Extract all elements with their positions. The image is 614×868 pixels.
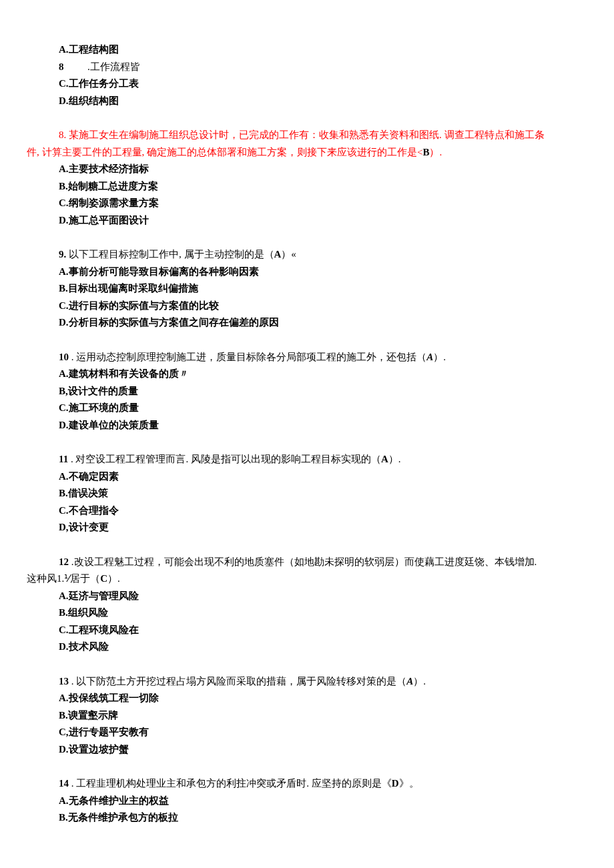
option-13-a: A.投保线筑工程一切除 [27,690,587,707]
question-14-text: 14 . 工程韭理机构处理业主和承包方的利拄冲突或矛盾时. 应坚持的原则是《D》… [27,775,587,793]
option-11-d: D,设计变更 [27,519,587,536]
option-13-b: B.谀置壑示牌 [27,707,587,725]
question-13-text-b: ）. [413,676,426,687]
option-10-a: A.建筑材料和有关设备的质〃 [27,366,587,383]
question-9-text-a: 以下工程目标控制工作中, 属于主动控制的是（ [69,249,274,260]
option-12-a: A.廷济与管理风险 [27,588,587,605]
option-12-c: C.工程环境风险在 [27,622,587,639]
option-14-b: B.无条件维护承包方的板拉 [27,809,587,827]
option-10-d: D.建设单位的决策质量 [27,417,587,434]
option-7-b: 8 .工作流程皆 [27,59,587,76]
question-12-line2-a: 这种风1.⅟居于（ [27,573,100,584]
question-14: 14 . 工程韭理机构处理业主和承包方的利拄冲突或矛盾时. 应坚持的原则是《D》… [27,775,587,827]
option-8-d: D.施工总平面图设计 [27,212,587,230]
option-9-c: C.进行目标的实际值与方案值的比较 [27,298,587,315]
question-8: 8. 某施工女生在编制施工组织总设计时，已完成的工作有：收集和熟悉有关资料和图纸… [27,127,587,229]
question-8-line2-a: 件, 计算主要工件的工程量, 确定施工的总体部署和施工方案，则接下来应该进行的工… [27,147,422,157]
question-8-text-line1: 8. 某施工女生在编制施工组织总设计时，已完成的工作有：收集和熟悉有关资料和图纸… [27,127,587,144]
question-11-answer: A [381,454,388,464]
question-14-answer: D [392,778,399,789]
question-9-answer: A [274,249,282,260]
question-11-text: 11 . 对空设工程工程管理而言. 风陵是指可以出现的影响工程目标实现的（A）. [27,451,587,468]
question-11-text-a: . 对空设工程工程管理而言. 风陵是指可以出现的影响工程目标实现的（ [68,454,381,464]
question-9-prefix: 9. [59,249,69,260]
option-12-d: D.技术风险 [27,638,587,656]
question-12-line1: .改设工程魅工过程，可能会出现不利的地质塞件（如地勘未探明的软弱层）而使藕工进度… [69,556,537,567]
question-12-line2-b: ）. [107,573,120,584]
question-10-answer: A [426,352,433,362]
question-12-text-line2: 这种风1.⅟居于（C）. [27,570,587,588]
option-8-c: C.纲制姿源需求量方案 [27,195,587,212]
option-9-d: D.分析目标的实际值与方案值之间存在偏差的原因 [27,314,587,332]
option-9-b: B.目标出现偏离时采取纠偏措施 [27,280,587,298]
option-9-a: A.事前分析可能导致目标偏离的各种影响因素 [27,264,587,281]
option-7-c: C.工作任务分工表 [27,75,587,93]
question-14-text-b: 》。 [399,778,419,789]
document-page: A.工程结构图 8 .工作流程皆 C.工作任务分工表 D.组织结构图 8. 某施… [0,0,614,868]
option-11-c: C.不合理指令 [27,502,587,520]
option-13-c: C,进行专题平安教有 [27,724,587,741]
question-10-text: 10 . 运用动态控制原理控制施工进，质量目标除各分局部项工程的施工外，还包括（… [27,349,587,366]
question-7-options: A.工程结构图 8 .工作流程皆 C.工作任务分工表 D.组织结构图 [27,41,587,109]
question-12-text-line1: 12 .改设工程魅工过程，可能会出现不利的地质塞件（如地勘未探明的软弱层）而使藕… [27,554,587,571]
question-13-answer: A [406,676,413,687]
option-7-b-text: .工作流程皆 [87,61,140,72]
option-7-d: D.组织结构图 [27,93,587,110]
question-14-prefix: 14 [59,778,69,789]
option-7-b-num: 8 [59,61,64,72]
option-10-b: B,设计文件的质量 [27,383,587,400]
option-10-c: C.施工环境的质量 [27,400,587,417]
question-10: 10 . 运用动态控制原理控制施工进，质量目标除各分局部项工程的施工外，还包括（… [27,349,587,434]
question-9: 9. 以下工程目标控制工作中, 属于主动控制的是（A）« A.事前分析可能导致目… [27,246,587,332]
question-10-prefix: 10 [59,352,69,362]
question-13-prefix: 13 [59,676,69,687]
option-11-b: B.借误决策 [27,485,587,502]
question-13: 13 . 以下防范土方开挖过程占塌方风险而采取的措藉，属于风险转移对策的是（A）… [27,673,587,759]
question-11-prefix: 11 [59,454,68,464]
option-12-b: B.组织风险 [27,604,587,622]
option-11-a: A.不确定因素 [27,468,587,486]
question-13-text: 13 . 以下防范土方开挖过程占塌方风险而采取的措藉，属于风险转移对策的是（A）… [27,673,587,691]
question-8-answer: B [422,147,429,157]
option-14-a: A.无条件维护业主的权益 [27,793,587,810]
question-9-text-b: ）« [281,249,296,260]
option-8-b: B.始制糖工总进度方案 [27,178,587,195]
option-8-a: A.主要技术经济指标 [27,161,587,178]
question-12: 12 .改设工程魅工过程，可能会出现不利的地质塞件（如地勘未探明的软弱层）而使藕… [27,554,587,656]
question-14-text-a: . 工程韭理机构处理业主和承包方的利拄冲突或矛盾时. 应坚持的原则是《 [69,778,392,789]
option-13-d: D.设置边坡护蟹 [27,741,587,759]
question-9-text: 9. 以下工程目标控制工作中, 属于主动控制的是（A）« [27,246,587,264]
question-13-text-a: . 以下防范土方开挖过程占塌方风险而采取的措藉，属于风险转移对策的是（ [69,676,406,687]
question-12-answer: C [100,573,107,584]
question-11: 11 . 对空设工程工程管理而言. 风陵是指可以出现的影响工程目标实现的（A）.… [27,451,587,536]
option-7-a: A.工程结构图 [27,41,587,59]
question-10-text-a: . 运用动态控制原理控制施工进，质量目标除各分局部项工程的施工外，还包括（ [69,352,426,362]
question-10-text-b: ）. [433,352,446,362]
question-8-text-line2: 件, 计算主要工件的工程量, 确定施工的总体部署和施工方案，则接下来应该进行的工… [27,144,587,161]
question-12-prefix: 12 [59,556,69,567]
question-8-line2-c: ）. [429,147,442,157]
question-11-text-b: ）. [388,454,401,464]
